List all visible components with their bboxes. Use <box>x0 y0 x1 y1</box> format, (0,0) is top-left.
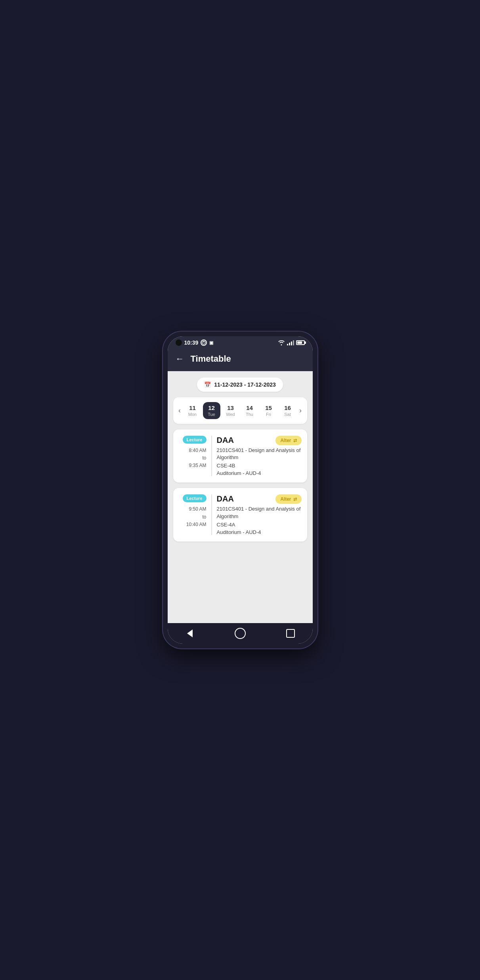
day-name-wed: Wed <box>226 412 235 417</box>
calendar-icon: 📅 <box>204 381 211 388</box>
alter-icon-2: ⇄ <box>293 497 297 502</box>
day-num-fri: 15 <box>265 404 272 411</box>
card-content-1: DAA Alter ⇄ 2101CS401 - Design and Analy… <box>217 436 302 476</box>
time-col-1: Lecture 8:40 AM to 9:35 AM <box>179 436 207 476</box>
status-icon-1 <box>201 339 207 346</box>
day-num-tue: 12 <box>208 404 215 411</box>
divider-1 <box>211 436 212 476</box>
day-num-mon: 11 <box>189 404 196 411</box>
lecture-badge-2: Lecture <box>183 494 207 502</box>
battery-icon <box>296 340 305 345</box>
subject-name-2: 2101CS401 - Design and Analysis of Algor… <box>217 505 302 520</box>
day-name-tue: Tue <box>208 412 215 417</box>
recents-nav-button[interactable] <box>284 627 297 640</box>
signal-icon <box>287 340 294 345</box>
venue-1: Auditorium - AUD-4 <box>217 470 302 476</box>
subject-code-1: DAA <box>217 436 234 445</box>
days-row: 11 Mon 12 Tue 13 Wed 14 Thu <box>184 402 296 419</box>
next-week-button[interactable]: › <box>296 405 305 416</box>
day-item-mon[interactable]: 11 Mon <box>184 402 201 419</box>
day-num-thu: 14 <box>246 404 253 411</box>
class-card-2: Lecture 9:50 AM to 10:40 AM DAA Alter ⇄ <box>173 488 307 541</box>
subject-code-2: DAA <box>217 494 234 503</box>
section-2: CSE-4A <box>217 522 302 528</box>
time-text-1: 8:40 AM to 9:35 AM <box>189 447 206 470</box>
home-circle-icon <box>235 628 246 639</box>
day-name-thu: Thu <box>246 412 253 417</box>
bottom-nav <box>168 623 313 644</box>
date-range-pill[interactable]: 📅 11-12-2023 - 17-12-2023 <box>197 378 283 392</box>
card-content-2: DAA Alter ⇄ 2101CS401 - Design and Analy… <box>217 494 302 535</box>
time-col-2: Lecture 9:50 AM to 10:40 AM <box>179 494 207 535</box>
alter-button-1[interactable]: Alter ⇄ <box>275 436 301 445</box>
alter-button-2[interactable]: Alter ⇄ <box>275 494 301 504</box>
home-nav-button[interactable] <box>234 627 247 640</box>
class-card-1: Lecture 8:40 AM to 9:35 AM DAA Alter ⇄ <box>173 429 307 482</box>
day-item-fri[interactable]: 15 Fri <box>260 402 277 419</box>
card-top-row-1: DAA Alter ⇄ <box>217 436 302 445</box>
back-nav-button[interactable] <box>184 627 196 640</box>
date-range-label: 11-12-2023 - 17-12-2023 <box>214 381 276 388</box>
day-item-wed[interactable]: 13 Wed <box>222 402 239 419</box>
section-1: CSE-4B <box>217 463 302 469</box>
status-time: 10:39 <box>184 339 199 346</box>
day-selector: ‹ 11 Mon 12 Tue 13 Wed 14 <box>173 397 307 424</box>
day-name-fri: Fri <box>266 412 271 417</box>
back-triangle-icon <box>187 629 193 637</box>
main-content: 📅 11-12-2023 - 17-12-2023 ‹ 11 Mon 12 Tu… <box>168 371 313 623</box>
time-text-2: 9:50 AM to 10:40 AM <box>186 505 207 528</box>
page-title: Timetable <box>191 354 231 364</box>
day-item-tue[interactable]: 12 Tue <box>203 402 220 419</box>
day-name-sat: Sat <box>284 412 291 417</box>
day-name-mon: Mon <box>188 412 197 417</box>
wifi-icon <box>278 340 285 345</box>
header: ← Timetable <box>168 348 313 371</box>
day-num-wed: 13 <box>227 404 234 411</box>
recents-square-icon <box>286 629 295 638</box>
day-item-sat[interactable]: 16 Sat <box>279 402 296 419</box>
prev-week-button[interactable]: ‹ <box>176 405 184 416</box>
divider-2 <box>211 494 212 535</box>
subject-name-1: 2101CS401 - Design and Analysis of Algor… <box>217 447 302 461</box>
day-num-sat: 16 <box>284 404 291 411</box>
status-icon-2: ▣ <box>209 340 213 345</box>
day-item-thu[interactable]: 14 Thu <box>241 402 258 419</box>
alter-icon-1: ⇄ <box>293 438 297 443</box>
card-top-row-2: DAA Alter ⇄ <box>217 494 302 504</box>
camera-dot <box>176 339 182 346</box>
status-right-icons <box>278 340 305 345</box>
date-range-container: 📅 11-12-2023 - 17-12-2023 <box>173 378 307 392</box>
lecture-badge-1: Lecture <box>183 436 207 444</box>
venue-2: Auditorium - AUD-4 <box>217 529 302 535</box>
status-bar: 10:39 ▣ <box>168 336 313 348</box>
back-button[interactable]: ← <box>176 355 184 363</box>
